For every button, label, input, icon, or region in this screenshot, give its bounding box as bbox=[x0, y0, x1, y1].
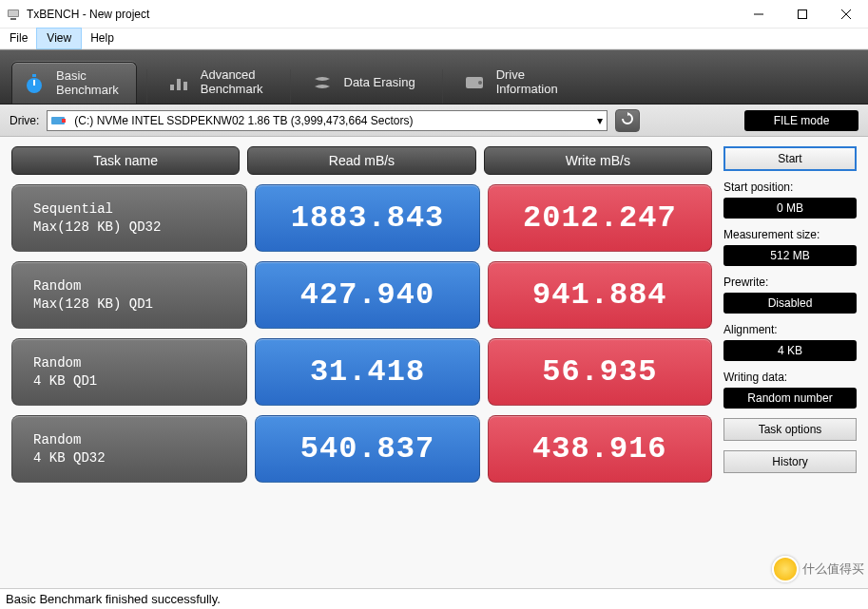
result-row: Random4 KB QD32 540.837 438.916 bbox=[11, 415, 712, 483]
prewrite-label: Prewrite: bbox=[723, 276, 857, 289]
separator bbox=[290, 69, 291, 104]
prewrite-value[interactable]: Disabled bbox=[723, 293, 857, 314]
watermark: 什么值得买 bbox=[772, 556, 864, 582]
svg-rect-1 bbox=[9, 10, 18, 16]
separator bbox=[442, 69, 443, 104]
tab-basic-benchmark[interactable]: Basic Benchmark bbox=[11, 62, 137, 104]
disk-icon bbox=[51, 115, 67, 126]
header-task: Task name bbox=[11, 146, 240, 175]
header-write: Write mB/s bbox=[484, 146, 712, 175]
header-row: Task name Read mB/s Write mB/s bbox=[11, 146, 712, 175]
start-position-label: Start position: bbox=[723, 181, 857, 194]
content-area: Task name Read mB/s Write mB/s Sequentia… bbox=[0, 137, 868, 588]
task-name-cell: RandomMax(128 KB) QD1 bbox=[11, 261, 247, 329]
sidebar: Start Start position: 0 MB Measurement s… bbox=[723, 146, 857, 582]
task-options-button[interactable]: Task options bbox=[723, 418, 857, 441]
toolbar: Basic Benchmark Advanced Benchmark Data … bbox=[0, 49, 868, 105]
result-row: RandomMax(128 KB) QD1 427.940 941.884 bbox=[11, 261, 712, 329]
svg-point-14 bbox=[478, 81, 482, 85]
tab-label: Data Erasing bbox=[344, 76, 415, 90]
svg-rect-2 bbox=[10, 18, 16, 20]
write-value-cell: 941.884 bbox=[488, 261, 712, 329]
svg-rect-10 bbox=[170, 85, 174, 90]
minimize-button[interactable] bbox=[737, 0, 781, 29]
write-value-cell: 2012.247 bbox=[488, 184, 712, 252]
write-value-cell: 438.916 bbox=[488, 415, 712, 483]
tab-label: Basic Benchmark bbox=[56, 69, 119, 98]
measurement-size-label: Measurement size: bbox=[723, 228, 857, 241]
chevron-down-icon: ▾ bbox=[597, 114, 603, 127]
menu-help[interactable]: Help bbox=[81, 29, 124, 48]
watermark-icon bbox=[772, 556, 799, 582]
results-panel: Task name Read mB/s Write mB/s Sequentia… bbox=[11, 146, 712, 582]
window-title: TxBENCH - New project bbox=[27, 8, 737, 21]
drive-bar: Drive: (C:) NVMe INTEL SSDPEKNW02 1.86 T… bbox=[0, 105, 868, 137]
svg-rect-16 bbox=[62, 119, 66, 123]
writing-data-value[interactable]: Random number bbox=[723, 388, 857, 409]
drive-label: Drive: bbox=[10, 114, 39, 127]
alignment-value[interactable]: 4 KB bbox=[723, 340, 857, 361]
history-button[interactable]: History bbox=[723, 450, 857, 473]
drive-selected-text: (C:) NVMe INTEL SSDPEKNW02 1.86 TB (3,99… bbox=[74, 114, 413, 127]
tab-advanced-benchmark[interactable]: Advanced Benchmark bbox=[157, 62, 280, 104]
result-row: SequentialMax(128 KB) QD32 1883.843 2012… bbox=[11, 184, 712, 252]
tab-label: Drive Information bbox=[496, 68, 558, 97]
svg-rect-12 bbox=[183, 82, 187, 90]
status-bar: Basic Benchmark finished successfully. bbox=[0, 588, 868, 609]
writing-data-label: Writing data: bbox=[723, 371, 857, 384]
task-name-cell: Random4 KB QD1 bbox=[11, 338, 247, 406]
start-position-value[interactable]: 0 MB bbox=[723, 198, 857, 219]
svg-rect-11 bbox=[177, 79, 181, 90]
watermark-text: 什么值得买 bbox=[802, 561, 864, 578]
tab-data-erasing[interactable]: Data Erasing bbox=[300, 62, 433, 104]
start-button[interactable]: Start bbox=[723, 146, 857, 171]
task-name-cell: SequentialMax(128 KB) QD32 bbox=[11, 184, 247, 252]
separator bbox=[146, 69, 147, 104]
drive-info-icon bbox=[462, 70, 487, 95]
read-value-cell: 540.837 bbox=[255, 415, 479, 483]
stopwatch-icon bbox=[22, 71, 47, 96]
result-row: Random4 KB QD1 31.418 56.935 bbox=[11, 338, 712, 406]
tab-label: Advanced Benchmark bbox=[201, 68, 263, 97]
read-value-cell: 427.940 bbox=[255, 261, 479, 329]
titlebar: TxBENCH - New project bbox=[0, 0, 868, 29]
svg-rect-4 bbox=[799, 10, 807, 18]
close-button[interactable] bbox=[824, 0, 868, 29]
file-mode-button[interactable]: FILE mode bbox=[744, 110, 858, 131]
menubar: File View Help bbox=[0, 29, 868, 49]
header-read: Read mB/s bbox=[247, 146, 475, 175]
read-value-cell: 31.418 bbox=[255, 338, 479, 406]
bars-icon bbox=[166, 70, 191, 95]
read-value-cell: 1883.843 bbox=[255, 184, 479, 252]
refresh-icon bbox=[621, 112, 634, 128]
menu-view[interactable]: View bbox=[37, 29, 81, 48]
menu-file[interactable]: File bbox=[0, 29, 37, 48]
maximize-button[interactable] bbox=[781, 0, 824, 29]
status-text: Basic Benchmark finished successfully. bbox=[6, 592, 221, 606]
svg-rect-8 bbox=[32, 74, 36, 77]
task-name-cell: Random4 KB QD32 bbox=[11, 415, 247, 483]
measurement-size-value[interactable]: 512 MB bbox=[723, 245, 857, 266]
write-value-cell: 56.935 bbox=[488, 338, 712, 406]
erase-icon bbox=[310, 70, 335, 95]
tab-drive-information[interactable]: Drive Information bbox=[453, 62, 575, 104]
drive-select[interactable]: (C:) NVMe INTEL SSDPEKNW02 1.86 TB (3,99… bbox=[47, 110, 608, 131]
app-icon bbox=[6, 7, 21, 22]
alignment-label: Alignment: bbox=[723, 323, 857, 336]
refresh-button[interactable] bbox=[615, 109, 640, 132]
